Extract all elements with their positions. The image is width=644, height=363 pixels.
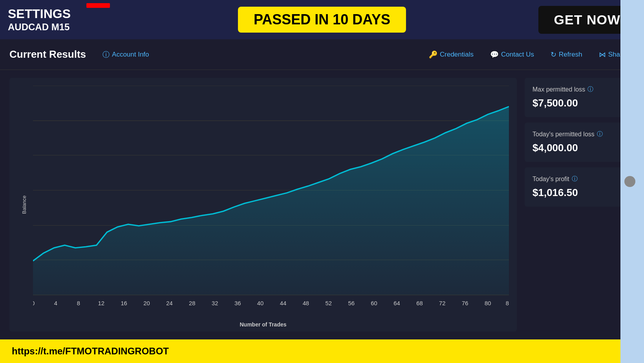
svg-text:24: 24	[166, 300, 172, 306]
svg-text:84: 84	[506, 300, 509, 306]
nav-title: Current Results	[9, 48, 86, 60]
side-overlay	[620, 0, 644, 363]
refresh-nav[interactable]: ↻ Refresh	[546, 48, 587, 61]
svg-text:68: 68	[416, 300, 423, 306]
bottom-banner: https://t.me/FTMOTRADINGROBOT	[0, 339, 644, 363]
refresh-label: Refresh	[559, 51, 582, 59]
todays-profit-value: $1,016.50	[532, 187, 627, 199]
todays-profit-info-icon[interactable]: ⓘ	[572, 175, 578, 183]
credentials-label: Credentials	[440, 51, 474, 59]
svg-text:60: 60	[371, 300, 377, 306]
svg-text:36: 36	[234, 300, 241, 306]
todays-profit-card: Today's profit ⓘ $1,016.50	[525, 167, 635, 207]
chart-svg: 98000.00 100000.00 102000.00 104000.00 1…	[33, 86, 509, 316]
max-permitted-loss-label: Max permitted loss ⓘ	[532, 86, 627, 93]
red-bar	[86, 3, 110, 8]
nav-right: 🔑 Credentials 💬 Contact Us ↻ Refresh ⋈ S…	[424, 48, 635, 61]
scrollbar-thumb[interactable]	[624, 176, 635, 187]
contact-us-nav[interactable]: 💬 Contact Us	[485, 48, 539, 61]
svg-text:28: 28	[189, 300, 195, 306]
svg-text:40: 40	[257, 300, 263, 306]
credentials-nav[interactable]: 🔑 Credentials	[424, 48, 478, 61]
contact-us-label: Contact Us	[501, 51, 534, 59]
main-content: Balance Number of Trades 98000.00 100000…	[0, 70, 644, 339]
chart-y-label: Balance	[21, 196, 27, 214]
chat-icon: 💬	[490, 50, 499, 59]
todays-profit-label: Today's profit ⓘ	[532, 175, 627, 183]
todays-loss-info-icon[interactable]: ⓘ	[597, 130, 603, 138]
account-info-label: Account Info	[112, 51, 149, 59]
top-banner: SETTINGS AUDCAD M15 PASSED IN 10 DAYS GE…	[0, 0, 644, 39]
todays-permitted-loss-label: Today's permitted loss ⓘ	[532, 130, 627, 138]
svg-text:48: 48	[303, 300, 309, 306]
svg-text:12: 12	[98, 300, 104, 306]
svg-text:0: 0	[33, 300, 35, 306]
account-info-nav[interactable]: ⓘ Account Info	[98, 48, 154, 62]
svg-text:76: 76	[462, 300, 468, 306]
svg-text:56: 56	[348, 300, 354, 306]
max-permitted-loss-card: Max permitted loss ⓘ $7,500.00	[525, 78, 635, 117]
todays-permitted-loss-value: $4,000.00	[532, 142, 627, 154]
svg-text:16: 16	[121, 300, 127, 306]
svg-text:44: 44	[280, 300, 286, 306]
max-permitted-loss-value: $7,500.00	[532, 97, 627, 109]
nav-bar: Current Results ⓘ Account Info 🔑 Credent…	[0, 39, 644, 70]
key-icon: 🔑	[429, 50, 437, 59]
bottom-url[interactable]: https://t.me/FTMOTRADINGROBOT	[12, 346, 169, 357]
chart-container: Balance Number of Trades 98000.00 100000…	[9, 78, 517, 332]
settings-line1: SETTINGS	[8, 6, 71, 21]
svg-text:52: 52	[326, 300, 332, 306]
chart-x-label: Number of Trades	[240, 321, 286, 328]
svg-text:4: 4	[54, 300, 57, 306]
svg-text:80: 80	[485, 300, 491, 306]
max-loss-info-icon[interactable]: ⓘ	[587, 86, 593, 93]
passed-badge: PASSED IN 10 DAYS	[238, 7, 406, 33]
svg-text:64: 64	[393, 300, 400, 306]
todays-permitted-loss-card: Today's permitted loss ⓘ $4,000.00	[525, 123, 635, 162]
right-panel: Max permitted loss ⓘ $7,500.00 Today's p…	[525, 78, 635, 332]
svg-text:32: 32	[212, 300, 218, 306]
share-icon: ⋈	[599, 50, 606, 59]
svg-text:72: 72	[439, 300, 445, 306]
refresh-icon: ↻	[551, 50, 556, 59]
settings-text: SETTINGS AUDCAD M15	[8, 6, 71, 33]
info-circle-icon: ⓘ	[102, 50, 110, 59]
settings-line2: AUDCAD M15	[8, 22, 71, 33]
svg-text:20: 20	[143, 300, 150, 306]
svg-text:8: 8	[77, 300, 80, 306]
